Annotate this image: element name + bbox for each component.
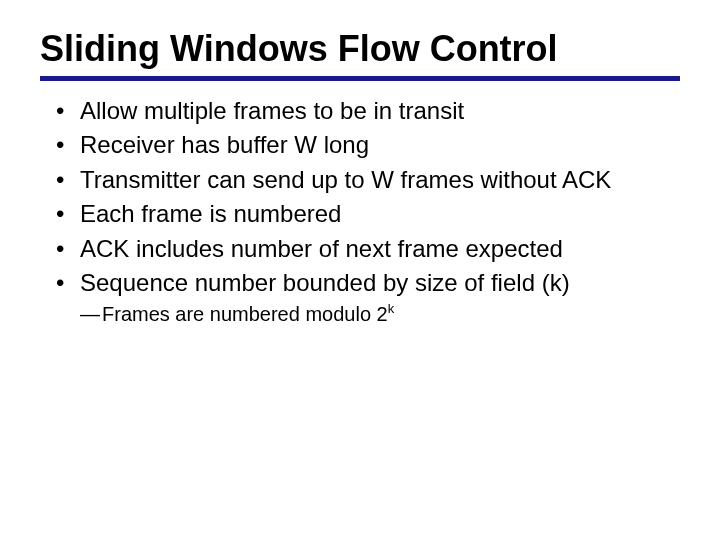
list-item: Each frame is numbered xyxy=(52,198,674,230)
sub-bullet-text: Frames are numbered modulo 2 xyxy=(102,303,388,325)
title-underline xyxy=(40,76,680,81)
list-item: Receiver has buffer W long xyxy=(52,129,674,161)
sub-bullet: —Frames are numbered modulo 2k xyxy=(40,301,680,328)
slide-title: Sliding Windows Flow Control xyxy=(40,28,680,70)
sub-bullet-sup: k xyxy=(388,302,395,317)
list-item: ACK includes number of next frame expect… xyxy=(52,233,674,265)
dash-icon: — xyxy=(80,301,102,328)
list-item: Allow multiple frames to be in transit xyxy=(52,95,674,127)
list-item: Transmitter can send up to W frames with… xyxy=(52,164,674,196)
list-item: Sequence number bounded by size of field… xyxy=(52,267,674,299)
slide: Sliding Windows Flow Control Allow multi… xyxy=(0,0,720,540)
bullet-list: Allow multiple frames to be in transit R… xyxy=(40,95,680,299)
